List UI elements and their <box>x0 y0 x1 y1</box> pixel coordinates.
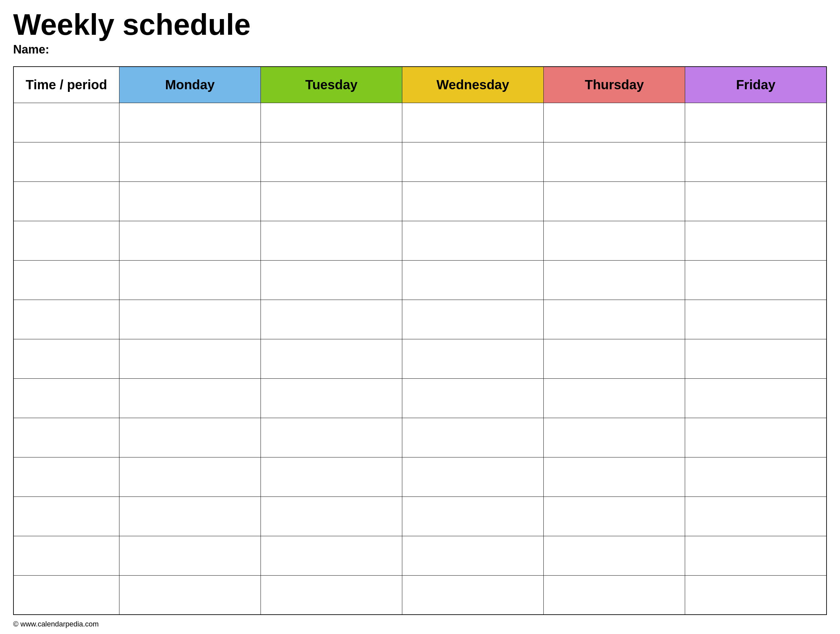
table-cell[interactable] <box>13 575 119 615</box>
table-cell[interactable] <box>261 418 402 457</box>
table-cell[interactable] <box>544 536 685 575</box>
table-cell[interactable] <box>13 221 119 260</box>
table-row <box>13 496 827 536</box>
table-cell[interactable] <box>685 575 827 615</box>
table-cell[interactable] <box>261 260 402 300</box>
table-cell[interactable] <box>402 418 543 457</box>
table-cell[interactable] <box>544 378 685 418</box>
table-row <box>13 575 827 615</box>
table-row <box>13 142 827 182</box>
col-header-tuesday: Tuesday <box>261 66 402 103</box>
table-cell[interactable] <box>119 339 261 378</box>
table-cell[interactable] <box>119 496 261 536</box>
table-cell[interactable] <box>544 496 685 536</box>
table-cell[interactable] <box>685 378 827 418</box>
table-cell[interactable] <box>544 575 685 615</box>
table-cell[interactable] <box>402 496 543 536</box>
table-cell[interactable] <box>261 103 402 142</box>
table-cell[interactable] <box>402 142 543 182</box>
table-cell[interactable] <box>544 260 685 300</box>
table-cell[interactable] <box>544 182 685 221</box>
table-row <box>13 182 827 221</box>
table-cell[interactable] <box>402 457 543 496</box>
col-header-friday: Friday <box>685 66 827 103</box>
table-cell[interactable] <box>119 575 261 615</box>
table-cell[interactable] <box>119 103 261 142</box>
table-cell[interactable] <box>685 339 827 378</box>
table-cell[interactable] <box>544 142 685 182</box>
table-cell[interactable] <box>261 300 402 339</box>
table-cell[interactable] <box>261 378 402 418</box>
table-cell[interactable] <box>119 142 261 182</box>
table-row <box>13 536 827 575</box>
table-cell[interactable] <box>685 418 827 457</box>
col-header-thursday: Thursday <box>544 66 685 103</box>
schedule-body <box>13 103 827 615</box>
table-cell[interactable] <box>13 536 119 575</box>
table-cell[interactable] <box>13 378 119 418</box>
page-title: Weekly schedule <box>13 10 827 40</box>
table-cell[interactable] <box>685 496 827 536</box>
name-label: Name: <box>13 43 827 57</box>
schedule-table: Time / period Monday Tuesday Wednesday T… <box>13 66 827 615</box>
table-row <box>13 457 827 496</box>
table-cell[interactable] <box>261 221 402 260</box>
table-cell[interactable] <box>402 221 543 260</box>
table-cell[interactable] <box>685 142 827 182</box>
table-cell[interactable] <box>402 300 543 339</box>
table-cell[interactable] <box>402 575 543 615</box>
table-cell[interactable] <box>119 260 261 300</box>
table-cell[interactable] <box>13 457 119 496</box>
table-row <box>13 260 827 300</box>
table-cell[interactable] <box>685 221 827 260</box>
table-cell[interactable] <box>544 300 685 339</box>
table-cell[interactable] <box>261 182 402 221</box>
table-cell[interactable] <box>119 418 261 457</box>
table-cell[interactable] <box>13 418 119 457</box>
table-cell[interactable] <box>685 457 827 496</box>
table-cell[interactable] <box>119 457 261 496</box>
table-cell[interactable] <box>402 536 543 575</box>
table-cell[interactable] <box>544 418 685 457</box>
table-cell[interactable] <box>13 182 119 221</box>
table-cell[interactable] <box>685 103 827 142</box>
col-header-wednesday: Wednesday <box>402 66 543 103</box>
table-cell[interactable] <box>13 300 119 339</box>
table-cell[interactable] <box>685 182 827 221</box>
table-cell[interactable] <box>402 103 543 142</box>
table-cell[interactable] <box>544 221 685 260</box>
table-row <box>13 378 827 418</box>
table-cell[interactable] <box>261 339 402 378</box>
table-cell[interactable] <box>13 103 119 142</box>
table-cell[interactable] <box>119 221 261 260</box>
col-header-time: Time / period <box>13 66 119 103</box>
table-cell[interactable] <box>261 496 402 536</box>
header-row: Time / period Monday Tuesday Wednesday T… <box>13 66 827 103</box>
table-row <box>13 339 827 378</box>
table-cell[interactable] <box>402 339 543 378</box>
table-cell[interactable] <box>402 260 543 300</box>
table-cell[interactable] <box>544 103 685 142</box>
footer: © www.calendarpedia.com <box>13 620 827 628</box>
table-cell[interactable] <box>402 182 543 221</box>
table-cell[interactable] <box>261 575 402 615</box>
table-cell[interactable] <box>119 182 261 221</box>
table-cell[interactable] <box>13 496 119 536</box>
table-cell[interactable] <box>685 260 827 300</box>
table-cell[interactable] <box>13 339 119 378</box>
table-cell[interactable] <box>261 457 402 496</box>
table-cell[interactable] <box>544 339 685 378</box>
table-cell[interactable] <box>119 300 261 339</box>
table-cell[interactable] <box>402 378 543 418</box>
table-cell[interactable] <box>119 378 261 418</box>
table-cell[interactable] <box>119 536 261 575</box>
table-cell[interactable] <box>13 142 119 182</box>
table-cell[interactable] <box>544 457 685 496</box>
table-row <box>13 300 827 339</box>
table-cell[interactable] <box>13 260 119 300</box>
table-cell[interactable] <box>685 536 827 575</box>
table-cell[interactable] <box>685 300 827 339</box>
table-cell[interactable] <box>261 142 402 182</box>
table-cell[interactable] <box>261 536 402 575</box>
table-row <box>13 418 827 457</box>
